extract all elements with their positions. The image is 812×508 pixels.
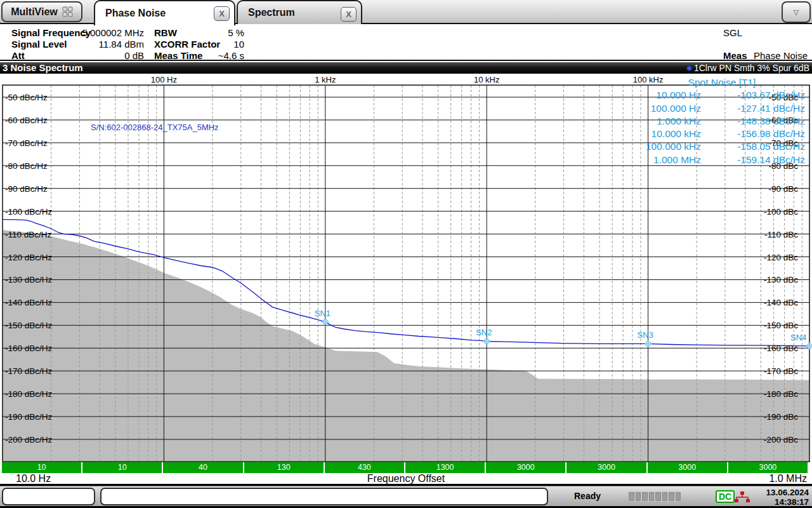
y-axis-label-left: -160 dBc/Hz (5, 344, 53, 353)
y-axis-label-left: -90 dBc/Hz (5, 184, 48, 194)
y-axis-label-right: -100 dBc (764, 207, 798, 217)
spot-noise-row: 1.000 kHz-148.38 dBc/Hz (624, 115, 808, 128)
tab-phase-noise[interactable]: Phase Noise X (94, 0, 235, 25)
progress-segment (636, 492, 641, 501)
x-axis-title: Frequency Offset (0, 473, 812, 485)
y-axis-label-left: -100 dBc/Hz (5, 207, 53, 217)
status-field-message[interactable] (100, 488, 548, 505)
window-title-bar: 3 Noise Spectrum 1Clrw PN Smth 3% Spur 6… (0, 62, 812, 74)
spot-noise-frequency: 10.000 Hz (624, 89, 701, 102)
y-axis-label-right: -130 dBc (764, 275, 798, 284)
spot-noise-title: Spot Noise [T1] (624, 76, 808, 89)
x-axis-start-value: 10.0 Hz (16, 473, 51, 485)
dc-coupling-badge: DC (716, 490, 735, 503)
ready-status: Ready (574, 491, 601, 501)
time: 14:38:17 (766, 497, 809, 507)
date: 13.06.2024 (766, 488, 809, 497)
marker-label-sn1: SN1 (315, 309, 331, 318)
spot-noise-row: 10.000 Hz-103.67 dBc/Hz (624, 89, 808, 102)
y-axis-label-right: -150 dBc (764, 321, 798, 330)
x-axis-stop-value: 1.0 MHz (769, 473, 807, 485)
y-axis-label-right: -120 dBc (764, 253, 798, 262)
xcorr-count-segment: 130 (244, 462, 324, 473)
y-axis-label-right: -160 dBc (764, 344, 798, 353)
spot-noise-value: -159.14 dBc/Hz (701, 154, 805, 166)
y-axis-label-left: -140 dBc/Hz (5, 298, 53, 307)
y-axis-label-right: -190 dBc (764, 412, 798, 422)
y-axis-label-left: -200 dBc/Hz (5, 435, 53, 444)
progress-segment (642, 492, 648, 501)
spot-noise-value: -158.05 dBc/Hz (701, 140, 805, 153)
multiview-button[interactable]: MultiView (1, 1, 82, 22)
tab-bar: MultiView Phase Noise X Spectrum X ▽ (0, 0, 812, 24)
xcorr-factor-value: 10 (178, 39, 244, 50)
tab-overflow-dropdown-button[interactable]: ▽ (782, 1, 811, 23)
window-title: 3 Noise Spectrum (3, 62, 83, 74)
marker-label-sn4: SN4 (790, 333, 806, 342)
marker-label-sn3: SN3 (638, 330, 653, 340)
rbw-value: 5 % (178, 27, 244, 38)
spot-noise-frequency: 1.000 MHz (624, 154, 701, 166)
marker-label-sn2: SN2 (476, 328, 492, 337)
xcorr-count-segment: 3000 (648, 462, 727, 473)
att-value: 0 dB (38, 50, 144, 61)
xcorr-count-segment: 40 (163, 462, 242, 473)
spot-noise-frequency: 100.000 Hz (624, 102, 701, 115)
x-axis-decade-label: 100 Hz (151, 75, 177, 84)
serial-number-annotation: S/N:602-002868-24_TX75A_5MHz (91, 123, 219, 132)
att-label: Att (11, 50, 25, 61)
measurement-info-bar: Signal Frequency 5.000002 MHz Signal Lev… (0, 25, 812, 61)
y-axis-label-right: -200 dBc (764, 435, 798, 444)
spot-noise-frequency: 10.000 kHz (624, 128, 701, 140)
date-time: 13.06.2024 14:38:17 (766, 488, 809, 507)
meas-value: Phase Noise (754, 50, 811, 61)
xcorr-count-segment: 10 (82, 462, 162, 473)
y-axis-label-left: -110 dBc/Hz (5, 230, 52, 239)
progress-segment (662, 492, 668, 501)
chevron-down-icon: ▽ (794, 8, 799, 17)
status-bar: Ready DC 13.06.2024 14:38:17 (0, 486, 812, 506)
tab-spectrum[interactable]: Spectrum X (237, 0, 362, 24)
x-axis-decade-label: 10 kHz (474, 75, 499, 84)
xcorr-segment-bar: 10104013043013003000300030003000 (0, 462, 812, 473)
spot-noise-row: 100.000 Hz-127.41 dBc/Hz (624, 102, 808, 115)
tab-phase-noise-label: Phase Noise (105, 8, 166, 19)
y-axis-label-right: -180 dBc (764, 389, 798, 399)
network-status-icon (734, 491, 750, 503)
trace-dot-icon (686, 65, 692, 71)
xcorr-count-segment: 1300 (405, 462, 485, 473)
y-axis-label-right: -90 dBc (768, 184, 798, 194)
spot-noise-table: Spot Noise [T1]10.000 Hz-103.67 dBc/Hz10… (624, 76, 808, 166)
progress-segment (669, 492, 674, 501)
signal-frequency-value: 5.000002 MHz (38, 27, 144, 38)
spot-noise-row: 10.000 kHz-156.98 dBc/Hz (624, 128, 808, 140)
meas-time-value: ~4.6 s (178, 50, 244, 61)
signal-level-value: 11.84 dBm (38, 39, 144, 50)
y-axis-label-left: -60 dBc/Hz (5, 116, 48, 125)
multiview-label: MultiView (11, 6, 58, 18)
spot-noise-row: 1.000 MHz-159.14 dBc/Hz (624, 154, 808, 166)
status-field-left[interactable] (2, 488, 95, 505)
spot-noise-value: -103.67 dBc/Hz (701, 89, 805, 102)
y-axis-label-left: -50 dBc/Hz (5, 93, 48, 102)
y-axis-label-left: -130 dBc/Hz (5, 275, 53, 284)
progress-segment (629, 492, 634, 501)
xcorr-count-segment: 3000 (728, 462, 808, 473)
xcorr-count-segment: 3000 (486, 462, 565, 473)
meas-label: Meas (723, 50, 747, 61)
rbw-label: RBW (154, 27, 177, 38)
close-icon[interactable]: X (214, 6, 230, 21)
y-axis-label-left: -120 dBc/Hz (5, 253, 53, 262)
progress-segment (649, 492, 655, 501)
spot-noise-value: -148.38 dBc/Hz (701, 115, 805, 128)
tab-spectrum-label: Spectrum (248, 7, 295, 18)
spot-noise-frequency: 100.000 kHz (624, 140, 701, 153)
y-axis-label-left: -70 dBc/Hz (5, 138, 48, 148)
y-axis-label-left: -180 dBc/Hz (5, 389, 53, 399)
close-icon[interactable]: X (341, 7, 357, 22)
xcorr-gain-area (3, 230, 809, 462)
y-axis-label-right: -170 dBc (764, 366, 798, 376)
spot-noise-value: -156.98 dBc/Hz (701, 128, 805, 140)
y-axis-label-left: -150 dBc/Hz (5, 321, 53, 330)
spot-noise-frequency: 1.000 kHz (624, 115, 701, 128)
